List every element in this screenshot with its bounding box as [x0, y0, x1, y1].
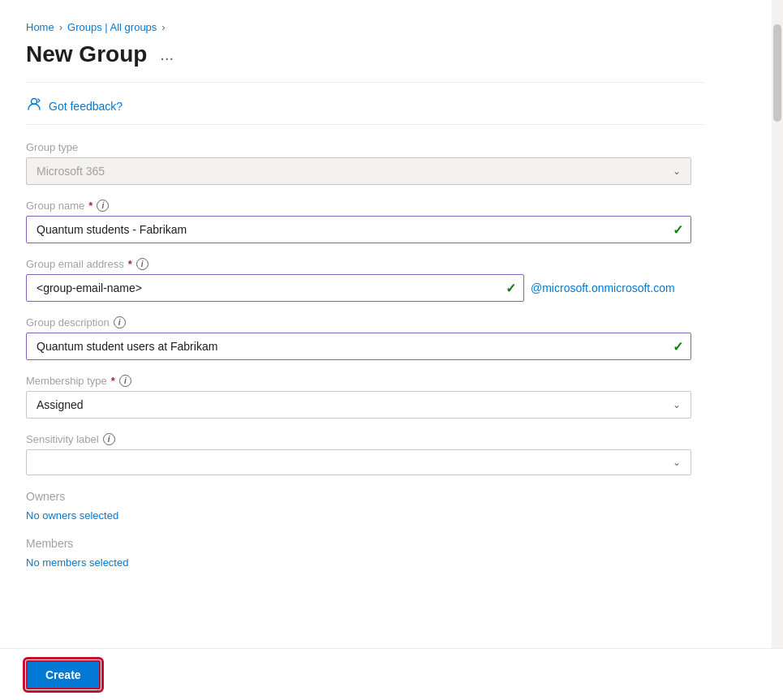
group-description-section: Group description i ✓ [26, 316, 704, 360]
group-name-info-icon[interactable]: i [97, 200, 109, 212]
sensitivity-info-icon[interactable]: i [103, 433, 115, 445]
chevron-down-icon: ⌄ [673, 165, 681, 177]
scrollbar-thumb[interactable] [773, 24, 781, 122]
group-type-dropdown[interactable]: Microsoft 365 ⌄ [26, 157, 691, 185]
email-domain: @microsoft.onmicrosoft.com [531, 281, 675, 294]
required-marker-email: * [128, 258, 132, 270]
group-email-input[interactable] [26, 274, 524, 302]
membership-type-value: Assigned [37, 398, 84, 411]
page-title-row: New Group ... [26, 41, 704, 67]
group-email-check-icon: ✓ [506, 281, 516, 296]
required-marker: * [88, 200, 92, 212]
membership-type-label: Membership type * i [26, 375, 704, 387]
group-desc-info-icon[interactable]: i [114, 316, 126, 329]
feedback-link[interactable]: Got feedback? [49, 100, 123, 113]
email-input-wrapper: ✓ [26, 274, 524, 302]
title-divider [26, 82, 704, 83]
app-window: Home › Groups | All groups › New Group .… [0, 0, 783, 700]
membership-chevron-icon: ⌄ [673, 399, 681, 410]
bottom-bar: Create [0, 648, 783, 700]
group-type-section: Group type Microsoft 365 ⌄ [26, 141, 704, 185]
group-name-section: Group name * i ✓ [26, 200, 704, 243]
group-name-input-wrapper: ✓ [26, 216, 691, 243]
required-marker-membership: * [111, 375, 115, 387]
group-email-label: Group email address * i [26, 258, 704, 270]
breadcrumb-groups[interactable]: Groups | All groups [67, 21, 157, 33]
ellipsis-button[interactable]: ... [155, 44, 179, 66]
email-row: ✓ @microsoft.onmicrosoft.com [26, 274, 704, 302]
group-description-input[interactable] [26, 333, 691, 360]
group-description-label: Group description i [26, 316, 704, 329]
feedback-icon [26, 96, 42, 116]
group-type-label: Group type [26, 141, 704, 153]
group-email-info-icon[interactable]: i [136, 258, 148, 270]
breadcrumb-home[interactable]: Home [26, 21, 54, 33]
page-title: New Group [26, 41, 147, 67]
sensitivity-label-section: Sensitivity label i ⌄ [26, 433, 704, 475]
breadcrumb: Home › Groups | All groups › [26, 10, 704, 33]
breadcrumb-sep1: › [59, 21, 62, 33]
group-name-check-icon: ✓ [673, 222, 683, 238]
owners-label: Owners [26, 490, 704, 503]
membership-type-dropdown[interactable]: Assigned ⌄ [26, 391, 691, 419]
create-button[interactable]: Create [26, 660, 101, 689]
sensitivity-label-dropdown[interactable]: ⌄ [26, 449, 691, 475]
sensitivity-label-label: Sensitivity label i [26, 433, 704, 445]
sensitivity-chevron-icon: ⌄ [673, 457, 681, 468]
scrollbar-track[interactable] [772, 0, 783, 700]
group-email-section: Group email address * i ✓ @microsoft.onm… [26, 258, 704, 302]
main-panel: Home › Groups | All groups › New Group .… [0, 0, 772, 700]
no-owners-link[interactable]: No owners selected [26, 509, 118, 522]
group-type-value: Microsoft 365 [37, 165, 105, 178]
owners-section: Owners No owners selected [26, 490, 704, 522]
group-description-check-icon: ✓ [673, 339, 683, 354]
breadcrumb-sep2: › [161, 21, 165, 33]
group-name-input[interactable] [26, 216, 691, 243]
membership-type-info-icon[interactable]: i [119, 375, 131, 387]
no-members-link[interactable]: No members selected [26, 556, 128, 569]
feedback-bar: Got feedback? [26, 96, 704, 125]
members-section: Members No members selected [26, 537, 704, 569]
group-description-input-wrapper: ✓ [26, 333, 691, 360]
membership-type-section: Membership type * i Assigned ⌄ [26, 375, 704, 419]
group-name-label: Group name * i [26, 200, 704, 212]
members-label: Members [26, 537, 704, 550]
